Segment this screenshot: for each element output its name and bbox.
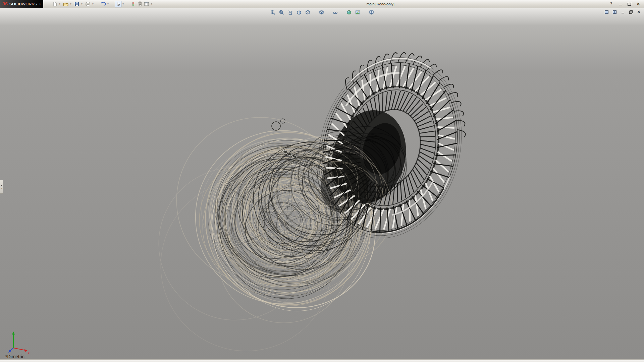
window-cascade-icon (605, 10, 608, 14)
save-dropdown[interactable]: ▾ (80, 1, 84, 7)
print-dropdown[interactable]: ▾ (91, 1, 95, 7)
collapse-arrow-icon: ◂ (1, 187, 2, 189)
table-icon (144, 1, 149, 7)
logo-flyout-arrow-icon[interactable]: ▸ (39, 2, 41, 5)
reference-triad: x (7, 330, 32, 355)
minimize-icon (619, 2, 622, 5)
previous-view-icon (287, 10, 293, 15)
open-folder-icon (63, 1, 68, 7)
save-button[interactable] (73, 1, 80, 7)
open-button[interactable] (62, 1, 69, 7)
help-button[interactable]: ? (608, 1, 614, 7)
view-orientation-icon (305, 10, 310, 15)
zoom-to-area-button[interactable] (278, 9, 285, 16)
document-title: main [Read-only] (154, 2, 607, 6)
undo-button[interactable] (100, 1, 106, 7)
apply-scene-button[interactable] (354, 9, 361, 16)
edit-appearance-button[interactable] (345, 9, 353, 16)
doc-close-icon: ✕ (637, 10, 640, 14)
select-tool-button[interactable] (115, 1, 121, 7)
window-controls: ? ✕ (607, 0, 644, 8)
solidworks-logo-text: SOLIDWORKS (9, 2, 37, 6)
apply-scene-icon (355, 10, 360, 15)
undo-dropdown[interactable]: ▾ (106, 1, 110, 7)
engine-model[interactable] (0, 8, 644, 359)
solidworks-logo: 3S SOLIDWORKS ▸ (0, 0, 43, 8)
new-document-button[interactable] (51, 1, 58, 7)
restore-button[interactable] (626, 1, 632, 7)
print-icon (85, 1, 91, 7)
new-document-icon (52, 1, 57, 7)
properties-button[interactable] (137, 1, 143, 7)
minimize-button[interactable] (617, 1, 623, 7)
view-orientation-label: *Dimetric (5, 354, 24, 359)
graphics-area[interactable]: ✕ ◂ ◂ x *Dimetric (0, 8, 644, 359)
collapse-arrow-icon: ◂ (1, 184, 2, 186)
doc-minimize-icon (622, 11, 624, 13)
doc-minimize-button[interactable] (620, 9, 625, 14)
print-button[interactable] (85, 1, 91, 7)
hide-show-items-button[interactable] (332, 9, 339, 16)
design-table-button[interactable] (143, 1, 150, 7)
dassault-3ds-logo-icon: 3S (2, 1, 8, 6)
window-tile-icon (613, 10, 616, 14)
triad-x-arrow (24, 349, 28, 352)
window-tile-button[interactable] (612, 9, 617, 14)
logo-text-bold: SOLID (9, 2, 22, 6)
open-dropdown[interactable]: ▾ (69, 1, 73, 7)
triad-x-axis (13, 348, 25, 350)
new-document-dropdown[interactable]: ▾ (58, 1, 62, 7)
document-window-controls: ✕ (604, 9, 641, 14)
clipboard-icon (137, 1, 143, 7)
close-button[interactable]: ✕ (635, 1, 641, 7)
headsup-view-toolbar (269, 9, 375, 16)
zoom-to-fit-button[interactable] (269, 9, 276, 16)
view-settings-button[interactable] (368, 9, 375, 16)
select-cursor-icon (115, 1, 121, 7)
previous-view-button[interactable] (287, 9, 294, 16)
section-view-button[interactable] (296, 9, 303, 16)
main-toolbar: ▾ ▾ ▾ ▾ (51, 1, 154, 7)
select-tool-dropdown[interactable]: ▾ (121, 1, 125, 7)
window-cascade-button[interactable] (604, 9, 609, 14)
selection-filter-icon (130, 1, 136, 7)
display-style-icon (319, 10, 324, 15)
doc-close-button[interactable]: ✕ (636, 9, 641, 14)
section-view-icon (296, 10, 302, 15)
triad-y-arrow (12, 331, 15, 335)
zoom-to-area-icon (279, 10, 284, 15)
undo-icon (100, 1, 106, 7)
design-table-dropdown[interactable]: ▾ (150, 1, 154, 7)
status-bar (0, 359, 644, 362)
logo-text-rest: WORKS (22, 2, 37, 6)
zoom-to-fit-icon (270, 10, 275, 15)
titlebar[interactable]: 3S SOLIDWORKS ▸ ▾ ▾ ▾ (0, 0, 644, 8)
panel-collapse-tab[interactable]: ◂ ◂ (0, 180, 3, 194)
edit-appearance-icon (346, 10, 352, 15)
triad-x-label: x (28, 351, 30, 355)
hide-show-glasses-icon (332, 10, 338, 15)
restore-icon (628, 2, 631, 6)
doc-restore-icon (629, 10, 633, 14)
display-style-button[interactable] (318, 9, 325, 16)
save-floppy-icon (74, 1, 79, 7)
view-orientation-button[interactable] (304, 9, 311, 16)
doc-restore-button[interactable] (628, 9, 633, 14)
view-settings-icon (369, 10, 374, 15)
selection-filter-button[interactable] (130, 1, 137, 7)
close-icon: ✕ (637, 2, 640, 6)
